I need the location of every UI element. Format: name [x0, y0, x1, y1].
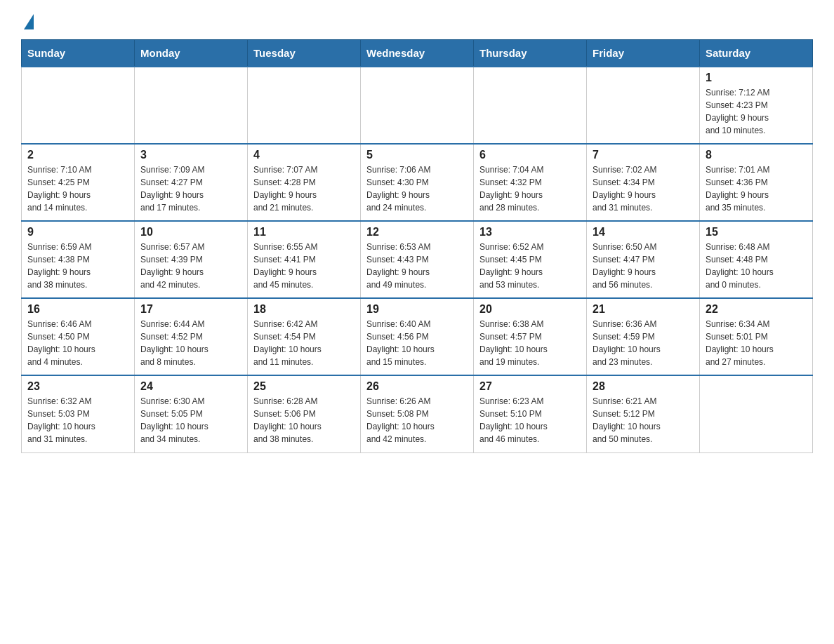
day-number: 18	[253, 303, 355, 316]
day-info: Sunrise: 6:53 AM Sunset: 4:43 PM Dayligh…	[366, 241, 468, 291]
calendar-week-1: 2Sunrise: 7:10 AM Sunset: 4:25 PM Daylig…	[22, 144, 813, 221]
calendar-cell: 10Sunrise: 6:57 AM Sunset: 4:39 PM Dayli…	[135, 221, 248, 298]
day-number: 25	[253, 380, 355, 393]
calendar-cell: 24Sunrise: 6:30 AM Sunset: 5:05 PM Dayli…	[135, 375, 248, 452]
day-info: Sunrise: 6:23 AM Sunset: 5:10 PM Dayligh…	[479, 395, 581, 445]
calendar-week-3: 16Sunrise: 6:46 AM Sunset: 4:50 PM Dayli…	[22, 298, 813, 375]
day-info: Sunrise: 6:42 AM Sunset: 4:54 PM Dayligh…	[253, 318, 355, 368]
calendar-cell: 5Sunrise: 7:06 AM Sunset: 4:30 PM Daylig…	[361, 144, 474, 221]
day-number: 9	[27, 226, 128, 239]
day-info: Sunrise: 6:32 AM Sunset: 5:03 PM Dayligh…	[27, 395, 128, 445]
day-number: 26	[366, 380, 468, 393]
calendar-cell	[700, 375, 813, 452]
calendar-cell: 1Sunrise: 7:12 AM Sunset: 4:23 PM Daylig…	[700, 67, 813, 144]
day-number: 5	[366, 149, 468, 161]
day-number: 6	[479, 149, 581, 161]
weekday-header-friday: Friday	[587, 40, 700, 67]
calendar-cell	[587, 67, 700, 144]
calendar-cell	[22, 67, 135, 144]
day-info: Sunrise: 7:12 AM Sunset: 4:23 PM Dayligh…	[706, 86, 807, 137]
calendar-cell: 25Sunrise: 6:28 AM Sunset: 5:06 PM Dayli…	[248, 375, 361, 452]
day-info: Sunrise: 6:46 AM Sunset: 4:50 PM Dayligh…	[27, 318, 128, 368]
weekday-header-tuesday: Tuesday	[248, 40, 361, 67]
day-number: 24	[140, 380, 241, 393]
day-number: 3	[140, 149, 241, 161]
day-info: Sunrise: 6:26 AM Sunset: 5:08 PM Dayligh…	[366, 395, 468, 445]
calendar-cell: 15Sunrise: 6:48 AM Sunset: 4:48 PM Dayli…	[700, 221, 813, 298]
calendar-cell: 27Sunrise: 6:23 AM Sunset: 5:10 PM Dayli…	[474, 375, 587, 452]
day-number: 13	[479, 226, 581, 239]
day-info: Sunrise: 6:57 AM Sunset: 4:39 PM Dayligh…	[140, 241, 241, 291]
day-number: 4	[253, 149, 355, 161]
calendar-cell: 6Sunrise: 7:04 AM Sunset: 4:32 PM Daylig…	[474, 144, 587, 221]
day-info: Sunrise: 7:06 AM Sunset: 4:30 PM Dayligh…	[366, 163, 468, 214]
calendar-cell: 17Sunrise: 6:44 AM Sunset: 4:52 PM Dayli…	[135, 298, 248, 375]
day-number: 14	[593, 226, 694, 239]
day-info: Sunrise: 6:40 AM Sunset: 4:56 PM Dayligh…	[366, 318, 468, 368]
day-info: Sunrise: 6:44 AM Sunset: 4:52 PM Dayligh…	[140, 318, 241, 368]
day-info: Sunrise: 7:01 AM Sunset: 4:36 PM Dayligh…	[706, 163, 807, 214]
day-number: 8	[706, 149, 807, 161]
day-number: 16	[27, 303, 128, 316]
day-info: Sunrise: 7:09 AM Sunset: 4:27 PM Dayligh…	[140, 163, 241, 214]
day-number: 17	[140, 303, 241, 316]
day-number: 11	[253, 226, 355, 239]
weekday-header-monday: Monday	[135, 40, 248, 67]
day-number: 21	[593, 303, 694, 316]
logo	[21, 14, 34, 32]
day-number: 7	[593, 149, 694, 161]
calendar-cell: 8Sunrise: 7:01 AM Sunset: 4:36 PM Daylig…	[700, 144, 813, 221]
calendar-cell: 16Sunrise: 6:46 AM Sunset: 4:50 PM Dayli…	[22, 298, 135, 375]
day-info: Sunrise: 6:50 AM Sunset: 4:47 PM Dayligh…	[593, 241, 694, 291]
calendar-cell: 4Sunrise: 7:07 AM Sunset: 4:28 PM Daylig…	[248, 144, 361, 221]
day-info: Sunrise: 6:48 AM Sunset: 4:48 PM Dayligh…	[706, 241, 807, 291]
day-number: 27	[479, 380, 581, 393]
calendar-cell	[135, 67, 248, 144]
day-number: 23	[27, 380, 128, 393]
calendar-table: SundayMondayTuesdayWednesdayThursdayFrid…	[21, 39, 813, 453]
calendar-cell: 21Sunrise: 6:36 AM Sunset: 4:59 PM Dayli…	[587, 298, 700, 375]
day-info: Sunrise: 6:36 AM Sunset: 4:59 PM Dayligh…	[593, 318, 694, 368]
calendar-cell: 3Sunrise: 7:09 AM Sunset: 4:27 PM Daylig…	[135, 144, 248, 221]
day-info: Sunrise: 7:02 AM Sunset: 4:34 PM Dayligh…	[593, 163, 694, 214]
calendar-cell: 13Sunrise: 6:52 AM Sunset: 4:45 PM Dayli…	[474, 221, 587, 298]
calendar-cell: 26Sunrise: 6:26 AM Sunset: 5:08 PM Dayli…	[361, 375, 474, 452]
day-info: Sunrise: 7:07 AM Sunset: 4:28 PM Dayligh…	[253, 163, 355, 214]
day-info: Sunrise: 6:55 AM Sunset: 4:41 PM Dayligh…	[253, 241, 355, 291]
day-info: Sunrise: 6:28 AM Sunset: 5:06 PM Dayligh…	[253, 395, 355, 445]
day-number: 1	[706, 72, 807, 84]
calendar-cell: 28Sunrise: 6:21 AM Sunset: 5:12 PM Dayli…	[587, 375, 700, 452]
calendar-cell	[474, 67, 587, 144]
calendar-week-2: 9Sunrise: 6:59 AM Sunset: 4:38 PM Daylig…	[22, 221, 813, 298]
calendar-week-4: 23Sunrise: 6:32 AM Sunset: 5:03 PM Dayli…	[22, 375, 813, 452]
day-number: 15	[706, 226, 807, 239]
calendar-cell: 14Sunrise: 6:50 AM Sunset: 4:47 PM Dayli…	[587, 221, 700, 298]
day-info: Sunrise: 6:38 AM Sunset: 4:57 PM Dayligh…	[479, 318, 581, 368]
calendar-cell: 7Sunrise: 7:02 AM Sunset: 4:34 PM Daylig…	[587, 144, 700, 221]
weekday-header-thursday: Thursday	[474, 40, 587, 67]
day-info: Sunrise: 6:34 AM Sunset: 5:01 PM Dayligh…	[706, 318, 807, 368]
day-info: Sunrise: 6:59 AM Sunset: 4:38 PM Dayligh…	[27, 241, 128, 291]
day-number: 19	[366, 303, 468, 316]
day-info: Sunrise: 6:30 AM Sunset: 5:05 PM Dayligh…	[140, 395, 241, 445]
day-number: 12	[366, 226, 468, 239]
day-info: Sunrise: 7:10 AM Sunset: 4:25 PM Dayligh…	[27, 163, 128, 214]
day-info: Sunrise: 7:04 AM Sunset: 4:32 PM Dayligh…	[479, 163, 581, 214]
day-info: Sunrise: 6:52 AM Sunset: 4:45 PM Dayligh…	[479, 241, 581, 291]
page-header	[21, 14, 813, 32]
weekday-header-sunday: Sunday	[22, 40, 135, 67]
calendar-cell: 12Sunrise: 6:53 AM Sunset: 4:43 PM Dayli…	[361, 221, 474, 298]
calendar-cell: 2Sunrise: 7:10 AM Sunset: 4:25 PM Daylig…	[22, 144, 135, 221]
day-number: 22	[706, 303, 807, 316]
calendar-cell: 11Sunrise: 6:55 AM Sunset: 4:41 PM Dayli…	[248, 221, 361, 298]
calendar-cell: 23Sunrise: 6:32 AM Sunset: 5:03 PM Dayli…	[22, 375, 135, 452]
day-number: 20	[479, 303, 581, 316]
day-number: 28	[593, 380, 694, 393]
calendar-cell: 9Sunrise: 6:59 AM Sunset: 4:38 PM Daylig…	[22, 221, 135, 298]
calendar-week-0: 1Sunrise: 7:12 AM Sunset: 4:23 PM Daylig…	[22, 67, 813, 144]
calendar-cell: 20Sunrise: 6:38 AM Sunset: 4:57 PM Dayli…	[474, 298, 587, 375]
weekday-header-saturday: Saturday	[700, 40, 813, 67]
calendar-cell	[361, 67, 474, 144]
day-number: 10	[140, 226, 241, 239]
logo-triangle-icon	[24, 14, 34, 29]
